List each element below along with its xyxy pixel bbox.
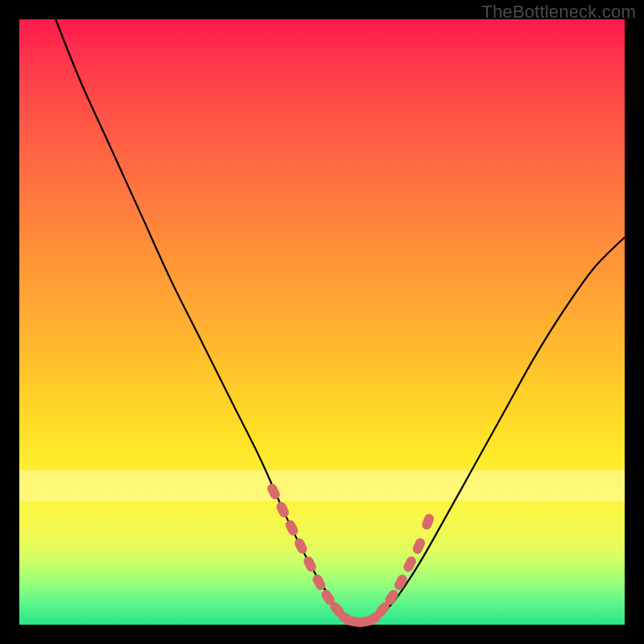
- overlay-dot: [302, 555, 318, 573]
- bottleneck-curve: [56, 19, 625, 625]
- overlay-dot: [411, 537, 427, 555]
- overlay-dot: [266, 482, 282, 501]
- overlay-dot: [284, 518, 300, 537]
- curve-group: [56, 19, 625, 625]
- marker-group: [266, 482, 436, 628]
- overlay-dot: [420, 513, 435, 531]
- overlay-dot: [275, 500, 291, 518]
- curve-plot: [19, 19, 625, 625]
- overlay-dot: [293, 537, 309, 555]
